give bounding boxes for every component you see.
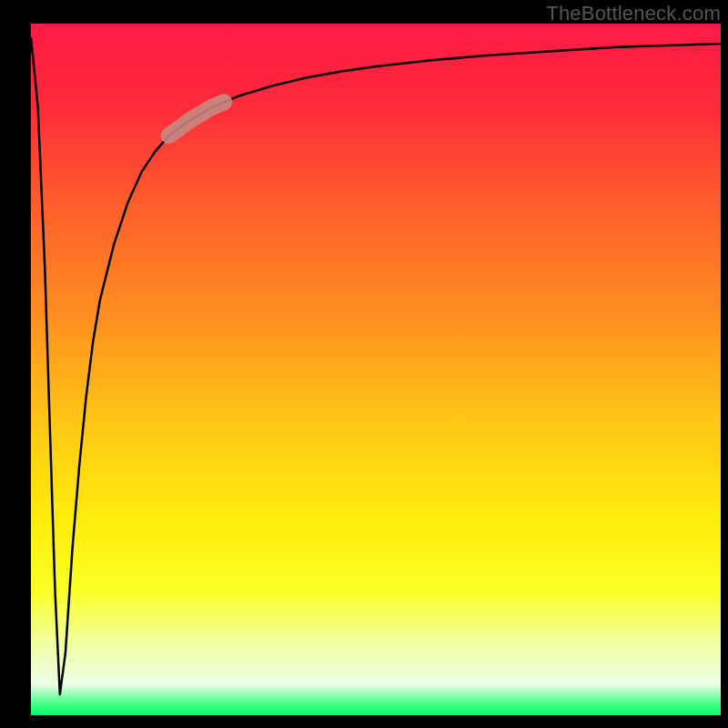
plot-area <box>31 24 721 715</box>
curve-highlight-segment <box>169 102 225 136</box>
bottleneck-curve-path <box>31 37 721 694</box>
watermark-text: TheBottleneck.com <box>546 2 721 25</box>
chart-stage: TheBottleneck.com <box>0 0 728 728</box>
curve-layer <box>31 24 721 715</box>
